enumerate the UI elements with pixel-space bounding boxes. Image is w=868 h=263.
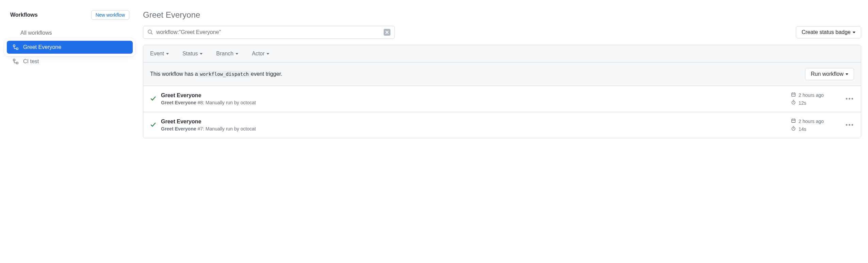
chevron-down-icon bbox=[853, 32, 855, 33]
sidebar-item-ci-test[interactable]: CI test bbox=[7, 55, 133, 68]
button-label: Run workflow bbox=[811, 71, 843, 77]
sidebar: Workflows New workflow All workflows Gre… bbox=[7, 10, 133, 138]
chevron-down-icon bbox=[267, 53, 269, 55]
svg-rect-3 bbox=[16, 62, 18, 64]
run-actions-menu[interactable]: ••• bbox=[846, 122, 854, 129]
calendar-icon bbox=[791, 118, 796, 124]
stopwatch-icon bbox=[791, 126, 796, 132]
run-time: 2 hours ago bbox=[799, 119, 824, 124]
workflow-dispatch-banner: This workflow has a workflow_dispatch ev… bbox=[143, 63, 861, 86]
new-workflow-button[interactable]: New workflow bbox=[91, 10, 129, 20]
run-title: Greet Everyone bbox=[161, 119, 791, 125]
run-row[interactable]: Greet Everyone Greet Everyone #8: Manual… bbox=[143, 86, 861, 112]
chevron-down-icon bbox=[200, 53, 203, 55]
run-subtitle: Greet Everyone #8: Manually run by octoc… bbox=[161, 100, 791, 105]
clear-search-button[interactable] bbox=[384, 29, 390, 36]
run-workflow-button[interactable]: Run workflow bbox=[805, 68, 854, 80]
calendar-icon bbox=[791, 92, 796, 98]
filter-actor[interactable]: Actor bbox=[252, 51, 269, 57]
main-content: Greet Everyone Create status badge bbox=[143, 10, 861, 138]
chevron-down-icon bbox=[236, 53, 238, 55]
svg-rect-7 bbox=[792, 119, 795, 123]
svg-rect-0 bbox=[13, 45, 15, 47]
page-title: Greet Everyone bbox=[143, 10, 861, 20]
sidebar-title: Workflows bbox=[10, 12, 38, 18]
svg-rect-1 bbox=[16, 48, 18, 50]
search-box[interactable] bbox=[143, 26, 395, 39]
svg-rect-5 bbox=[792, 93, 795, 97]
sidebar-item-all-workflows[interactable]: All workflows bbox=[7, 27, 133, 39]
success-check-icon bbox=[150, 95, 156, 103]
run-time: 2 hours ago bbox=[799, 92, 824, 98]
run-actions-menu[interactable]: ••• bbox=[846, 95, 854, 103]
dispatch-text-prefix: This workflow has a bbox=[150, 71, 198, 77]
run-subtitle: Greet Everyone #7: Manually run by octoc… bbox=[161, 126, 791, 132]
dispatch-text-suffix: event trigger. bbox=[251, 71, 283, 77]
create-status-badge-button[interactable]: Create status badge bbox=[796, 26, 861, 38]
workflow-icon bbox=[13, 59, 18, 64]
search-input[interactable] bbox=[156, 29, 384, 35]
run-title: Greet Everyone bbox=[161, 92, 791, 99]
sidebar-item-greet-everyone[interactable]: Greet Everyone bbox=[7, 41, 133, 54]
chevron-down-icon bbox=[846, 73, 848, 75]
filter-status[interactable]: Status bbox=[182, 51, 203, 57]
sidebar-item-label: Greet Everyone bbox=[23, 44, 61, 50]
runs-list: Event Status Branch Actor This workflow … bbox=[143, 45, 861, 138]
sidebar-item-label: All workflows bbox=[20, 30, 52, 36]
dispatch-code: workflow_dispatch bbox=[198, 71, 251, 77]
filter-branch[interactable]: Branch bbox=[216, 51, 238, 57]
success-check-icon bbox=[150, 122, 156, 129]
chevron-down-icon bbox=[166, 53, 169, 55]
run-duration: 14s bbox=[799, 126, 806, 132]
run-duration: 12s bbox=[799, 100, 806, 106]
svg-point-4 bbox=[148, 30, 151, 33]
run-row[interactable]: Greet Everyone Greet Everyone #7: Manual… bbox=[143, 112, 861, 138]
svg-rect-2 bbox=[13, 59, 15, 61]
stopwatch-icon bbox=[791, 100, 796, 106]
filter-event[interactable]: Event bbox=[150, 51, 169, 57]
button-label: Create status badge bbox=[802, 29, 851, 35]
workflow-icon bbox=[13, 45, 18, 50]
search-icon bbox=[147, 29, 153, 36]
sidebar-item-label: CI test bbox=[23, 58, 39, 65]
